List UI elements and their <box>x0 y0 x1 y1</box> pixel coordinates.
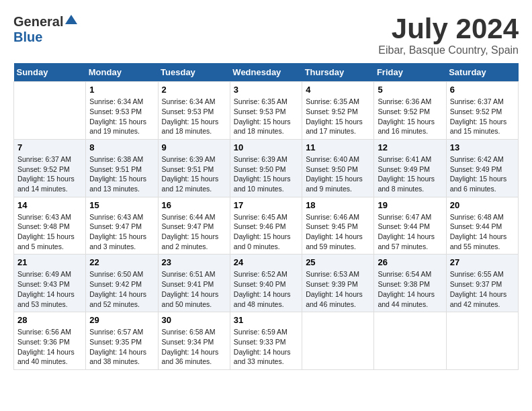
logo: General Blue <box>13 13 77 45</box>
calendar-cell: 5Sunrise: 6:36 AMSunset: 9:52 PMDaylight… <box>374 82 446 140</box>
week-row-5: 28Sunrise: 6:56 AMSunset: 9:36 PMDayligh… <box>14 312 519 370</box>
header-saturday: Saturday <box>446 63 518 82</box>
svg-marker-0 <box>65 15 77 24</box>
header: General Blue July 2024 Eibar, Basque Cou… <box>13 13 519 56</box>
calendar-cell: 23Sunrise: 6:51 AMSunset: 9:41 PMDayligh… <box>158 255 230 312</box>
day-number: 13 <box>450 142 515 152</box>
week-row-2: 7Sunrise: 6:37 AMSunset: 9:52 PMDaylight… <box>14 139 519 197</box>
day-info: Sunrise: 6:46 AMSunset: 9:45 PMDaylight:… <box>306 212 370 252</box>
calendar-cell: 30Sunrise: 6:58 AMSunset: 9:34 PMDayligh… <box>158 312 230 370</box>
logo-general-text: General <box>13 14 63 30</box>
day-number: 8 <box>89 142 154 152</box>
day-number: 22 <box>89 257 154 267</box>
day-number: 9 <box>162 142 226 152</box>
day-info: Sunrise: 6:48 AMSunset: 9:44 PMDaylight:… <box>450 212 515 252</box>
header-monday: Monday <box>86 63 158 82</box>
calendar-cell: 1Sunrise: 6:34 AMSunset: 9:53 PMDaylight… <box>86 82 158 140</box>
calendar-cell: 8Sunrise: 6:38 AMSunset: 9:51 PMDaylight… <box>86 139 158 197</box>
day-info: Sunrise: 6:36 AMSunset: 9:52 PMDaylight:… <box>378 97 442 136</box>
day-info: Sunrise: 6:58 AMSunset: 9:34 PMDaylight:… <box>162 327 226 367</box>
day-number: 5 <box>378 85 442 95</box>
day-number: 10 <box>234 142 298 152</box>
calendar-cell: 16Sunrise: 6:44 AMSunset: 9:47 PMDayligh… <box>158 197 230 255</box>
calendar-table: Sunday Monday Tuesday Wednesday Thursday… <box>13 63 519 370</box>
day-info: Sunrise: 6:44 AMSunset: 9:47 PMDaylight:… <box>162 212 226 252</box>
calendar-cell: 15Sunrise: 6:43 AMSunset: 9:47 PMDayligh… <box>86 197 158 255</box>
calendar-cell: 28Sunrise: 6:56 AMSunset: 9:36 PMDayligh… <box>14 312 86 370</box>
day-info: Sunrise: 6:56 AMSunset: 9:36 PMDaylight:… <box>17 327 82 367</box>
day-number: 31 <box>234 315 298 325</box>
day-number: 16 <box>162 200 226 210</box>
location-title: Eibar, Basque Country, Spain <box>378 44 519 56</box>
calendar-cell: 10Sunrise: 6:39 AMSunset: 9:50 PMDayligh… <box>230 139 302 197</box>
day-info: Sunrise: 6:54 AMSunset: 9:38 PMDaylight:… <box>378 269 442 309</box>
day-info: Sunrise: 6:37 AMSunset: 9:52 PMDaylight:… <box>17 154 82 194</box>
calendar-cell: 6Sunrise: 6:37 AMSunset: 9:52 PMDaylight… <box>446 82 518 140</box>
calendar-cell: 31Sunrise: 6:59 AMSunset: 9:33 PMDayligh… <box>230 312 302 370</box>
calendar-cell: 17Sunrise: 6:45 AMSunset: 9:46 PMDayligh… <box>230 197 302 255</box>
day-info: Sunrise: 6:51 AMSunset: 9:41 PMDaylight:… <box>162 269 226 309</box>
day-info: Sunrise: 6:53 AMSunset: 9:39 PMDaylight:… <box>306 269 370 309</box>
day-info: Sunrise: 6:43 AMSunset: 9:48 PMDaylight:… <box>17 212 82 252</box>
day-number: 28 <box>17 315 82 325</box>
calendar-cell: 7Sunrise: 6:37 AMSunset: 9:52 PMDaylight… <box>14 139 86 197</box>
day-number: 27 <box>450 257 515 267</box>
day-info: Sunrise: 6:34 AMSunset: 9:53 PMDaylight:… <box>162 97 226 136</box>
day-info: Sunrise: 6:39 AMSunset: 9:50 PMDaylight:… <box>234 154 298 194</box>
calendar-cell: 11Sunrise: 6:40 AMSunset: 9:50 PMDayligh… <box>302 139 374 197</box>
calendar-cell <box>302 312 374 370</box>
calendar-cell: 9Sunrise: 6:39 AMSunset: 9:51 PMDaylight… <box>158 139 230 197</box>
day-number: 7 <box>17 142 82 152</box>
day-number: 18 <box>306 200 370 210</box>
header-thursday: Thursday <box>302 63 374 82</box>
calendar-cell: 20Sunrise: 6:48 AMSunset: 9:44 PMDayligh… <box>446 197 518 255</box>
week-row-4: 21Sunrise: 6:49 AMSunset: 9:43 PMDayligh… <box>14 255 519 312</box>
calendar-cell: 25Sunrise: 6:53 AMSunset: 9:39 PMDayligh… <box>302 255 374 312</box>
header-tuesday: Tuesday <box>158 63 230 82</box>
calendar-cell: 19Sunrise: 6:47 AMSunset: 9:44 PMDayligh… <box>374 197 446 255</box>
logo-triangle-icon <box>65 13 77 28</box>
calendar-cell: 18Sunrise: 6:46 AMSunset: 9:45 PMDayligh… <box>302 197 374 255</box>
calendar-cell: 13Sunrise: 6:42 AMSunset: 9:49 PMDayligh… <box>446 139 518 197</box>
calendar-cell: 12Sunrise: 6:41 AMSunset: 9:49 PMDayligh… <box>374 139 446 197</box>
day-info: Sunrise: 6:55 AMSunset: 9:37 PMDaylight:… <box>450 269 515 309</box>
day-number: 14 <box>17 200 82 210</box>
calendar-cell: 22Sunrise: 6:50 AMSunset: 9:42 PMDayligh… <box>86 255 158 312</box>
day-info: Sunrise: 6:39 AMSunset: 9:51 PMDaylight:… <box>162 154 226 194</box>
day-info: Sunrise: 6:40 AMSunset: 9:50 PMDaylight:… <box>306 154 370 194</box>
day-info: Sunrise: 6:43 AMSunset: 9:47 PMDaylight:… <box>89 212 154 252</box>
day-number: 21 <box>17 257 82 267</box>
day-info: Sunrise: 6:52 AMSunset: 9:40 PMDaylight:… <box>234 269 298 309</box>
day-number: 17 <box>234 200 298 210</box>
day-number: 25 <box>306 257 370 267</box>
day-number: 15 <box>89 200 154 210</box>
calendar-cell: 29Sunrise: 6:57 AMSunset: 9:35 PMDayligh… <box>86 312 158 370</box>
day-number: 29 <box>89 315 154 325</box>
day-number: 2 <box>162 85 226 95</box>
day-number: 30 <box>162 315 226 325</box>
day-info: Sunrise: 6:42 AMSunset: 9:49 PMDaylight:… <box>450 154 515 194</box>
day-number: 4 <box>306 85 370 95</box>
day-info: Sunrise: 6:37 AMSunset: 9:52 PMDaylight:… <box>450 97 515 136</box>
day-info: Sunrise: 6:45 AMSunset: 9:46 PMDaylight:… <box>234 212 298 252</box>
day-number: 26 <box>378 257 442 267</box>
week-row-1: 1Sunrise: 6:34 AMSunset: 9:53 PMDaylight… <box>14 82 519 140</box>
calendar-cell <box>446 312 518 370</box>
day-number: 23 <box>162 257 226 267</box>
calendar-cell <box>374 312 446 370</box>
day-info: Sunrise: 6:59 AMSunset: 9:33 PMDaylight:… <box>234 327 298 367</box>
day-info: Sunrise: 6:57 AMSunset: 9:35 PMDaylight:… <box>89 327 154 367</box>
day-number: 3 <box>234 85 298 95</box>
header-friday: Friday <box>374 63 446 82</box>
calendar-cell: 2Sunrise: 6:34 AMSunset: 9:53 PMDaylight… <box>158 82 230 140</box>
day-info: Sunrise: 6:49 AMSunset: 9:43 PMDaylight:… <box>17 269 82 309</box>
logo-blue-text: Blue <box>13 30 42 44</box>
day-info: Sunrise: 6:35 AMSunset: 9:52 PMDaylight:… <box>306 97 370 136</box>
day-info: Sunrise: 6:50 AMSunset: 9:42 PMDaylight:… <box>89 269 154 309</box>
calendar-cell: 24Sunrise: 6:52 AMSunset: 9:40 PMDayligh… <box>230 255 302 312</box>
month-title: July 2024 <box>378 13 519 44</box>
day-number: 6 <box>450 85 515 95</box>
day-number: 1 <box>89 85 154 95</box>
title-area: July 2024 Eibar, Basque Country, Spain <box>378 13 519 56</box>
calendar-cell: 3Sunrise: 6:35 AMSunset: 9:53 PMDaylight… <box>230 82 302 140</box>
